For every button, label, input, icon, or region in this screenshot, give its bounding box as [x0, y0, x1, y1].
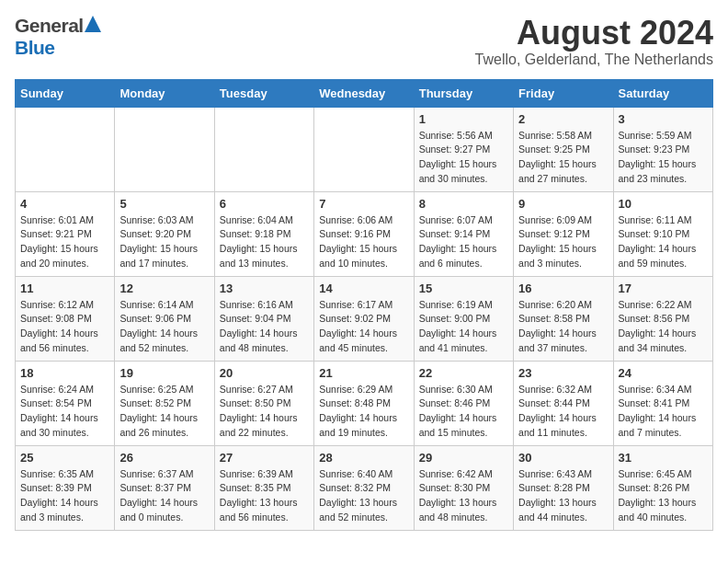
calendar-cell: 26Sunrise: 6:37 AMSunset: 8:37 PMDayligh… — [115, 445, 214, 530]
day-info: Sunrise: 6:30 AMSunset: 8:46 PMDaylight:… — [419, 383, 508, 441]
day-number: 24 — [619, 366, 708, 380]
logo-general: General — [15, 15, 84, 37]
day-info: Sunrise: 6:03 AMSunset: 9:20 PMDaylight:… — [119, 213, 209, 271]
day-info: Sunrise: 6:16 AMSunset: 9:04 PMDaylight:… — [220, 298, 309, 356]
day-info: Sunrise: 6:01 AMSunset: 9:21 PMDaylight:… — [20, 213, 109, 271]
header-tuesday: Tuesday — [214, 79, 313, 107]
day-info: Sunrise: 6:29 AMSunset: 8:48 PMDaylight:… — [319, 383, 408, 441]
day-info: Sunrise: 6:43 AMSunset: 8:28 PMDaylight:… — [518, 467, 608, 525]
day-info: Sunrise: 6:35 AMSunset: 8:39 PMDaylight:… — [20, 467, 109, 525]
day-number: 9 — [518, 197, 608, 211]
calendar-cell: 17Sunrise: 6:22 AMSunset: 8:56 PMDayligh… — [613, 276, 712, 361]
day-number: 1 — [419, 112, 508, 126]
day-info: Sunrise: 5:56 AMSunset: 9:27 PMDaylight:… — [419, 129, 508, 187]
day-info: Sunrise: 6:25 AMSunset: 8:52 PMDaylight:… — [119, 383, 209, 441]
svg-marker-0 — [85, 16, 101, 32]
day-number: 28 — [319, 451, 408, 465]
calendar-cell: 2Sunrise: 5:58 AMSunset: 9:25 PMDaylight… — [514, 107, 613, 191]
weekday-header-row: Sunday Monday Tuesday Wednesday Thursday… — [16, 79, 713, 107]
day-info: Sunrise: 6:22 AMSunset: 8:56 PMDaylight:… — [619, 298, 708, 356]
header-saturday: Saturday — [613, 79, 712, 107]
calendar-cell: 11Sunrise: 6:12 AMSunset: 9:08 PMDayligh… — [16, 276, 115, 361]
day-info: Sunrise: 5:58 AMSunset: 9:25 PMDaylight:… — [518, 129, 608, 187]
day-number: 15 — [419, 282, 508, 295]
calendar-cell: 25Sunrise: 6:35 AMSunset: 8:39 PMDayligh… — [16, 445, 115, 530]
day-info: Sunrise: 6:27 AMSunset: 8:50 PMDaylight:… — [220, 383, 309, 441]
calendar-cell: 28Sunrise: 6:40 AMSunset: 8:32 PMDayligh… — [314, 445, 414, 530]
main-title: August 2024 — [475, 15, 713, 52]
calendar-week-row: 25Sunrise: 6:35 AMSunset: 8:39 PMDayligh… — [16, 445, 713, 530]
calendar-cell: 20Sunrise: 6:27 AMSunset: 8:50 PMDayligh… — [214, 361, 313, 445]
calendar-cell: 12Sunrise: 6:14 AMSunset: 9:06 PMDayligh… — [115, 276, 214, 361]
page-header: General Blue August 2024 Twello, Gelderl… — [15, 15, 713, 68]
day-number: 26 — [119, 451, 209, 465]
day-number: 2 — [518, 112, 608, 126]
day-info: Sunrise: 6:06 AMSunset: 9:16 PMDaylight:… — [319, 213, 408, 271]
calendar-week-row: 11Sunrise: 6:12 AMSunset: 9:08 PMDayligh… — [16, 276, 713, 361]
day-info: Sunrise: 6:37 AMSunset: 8:37 PMDaylight:… — [119, 467, 209, 525]
calendar-cell: 6Sunrise: 6:04 AMSunset: 9:18 PMDaylight… — [214, 191, 313, 276]
calendar-cell: 7Sunrise: 6:06 AMSunset: 9:16 PMDaylight… — [314, 191, 414, 276]
calendar-cell — [115, 107, 214, 191]
day-info: Sunrise: 6:17 AMSunset: 9:02 PMDaylight:… — [319, 298, 408, 356]
calendar-cell: 16Sunrise: 6:20 AMSunset: 8:58 PMDayligh… — [514, 276, 613, 361]
header-friday: Friday — [514, 79, 613, 107]
day-number: 11 — [20, 282, 109, 295]
day-number: 25 — [20, 451, 109, 465]
day-number: 8 — [419, 197, 508, 211]
calendar-cell: 5Sunrise: 6:03 AMSunset: 9:20 PMDaylight… — [115, 191, 214, 276]
calendar-cell: 9Sunrise: 6:09 AMSunset: 9:12 PMDaylight… — [514, 191, 613, 276]
calendar-cell: 1Sunrise: 5:56 AMSunset: 9:27 PMDaylight… — [414, 107, 513, 191]
day-number: 23 — [518, 366, 608, 380]
day-number: 17 — [619, 282, 708, 295]
calendar-cell: 24Sunrise: 6:34 AMSunset: 8:41 PMDayligh… — [613, 361, 712, 445]
day-number: 31 — [619, 451, 708, 465]
calendar-cell: 3Sunrise: 5:59 AMSunset: 9:23 PMDaylight… — [613, 107, 712, 191]
header-monday: Monday — [115, 79, 214, 107]
logo-blue: Blue — [15, 37, 55, 59]
day-info: Sunrise: 6:20 AMSunset: 8:58 PMDaylight:… — [518, 298, 608, 356]
calendar-week-row: 4Sunrise: 6:01 AMSunset: 9:21 PMDaylight… — [16, 191, 713, 276]
calendar-cell: 30Sunrise: 6:43 AMSunset: 8:28 PMDayligh… — [514, 445, 613, 530]
day-info: Sunrise: 6:19 AMSunset: 9:00 PMDaylight:… — [419, 298, 508, 356]
day-number: 4 — [20, 197, 109, 211]
day-info: Sunrise: 6:24 AMSunset: 8:54 PMDaylight:… — [20, 383, 109, 441]
day-info: Sunrise: 6:42 AMSunset: 8:30 PMDaylight:… — [419, 467, 508, 525]
calendar-cell: 4Sunrise: 6:01 AMSunset: 9:21 PMDaylight… — [16, 191, 115, 276]
calendar-cell: 14Sunrise: 6:17 AMSunset: 9:02 PMDayligh… — [314, 276, 414, 361]
day-number: 7 — [319, 197, 408, 211]
day-number: 19 — [119, 366, 209, 380]
day-info: Sunrise: 6:32 AMSunset: 8:44 PMDaylight:… — [518, 383, 608, 441]
calendar-cell: 15Sunrise: 6:19 AMSunset: 9:00 PMDayligh… — [414, 276, 513, 361]
day-info: Sunrise: 6:45 AMSunset: 8:26 PMDaylight:… — [619, 467, 708, 525]
day-info: Sunrise: 6:04 AMSunset: 9:18 PMDaylight:… — [220, 213, 309, 271]
day-info: Sunrise: 6:12 AMSunset: 9:08 PMDaylight:… — [20, 298, 109, 356]
day-number: 5 — [119, 197, 209, 211]
day-number: 13 — [220, 282, 309, 295]
logo-icon — [85, 16, 101, 32]
day-number: 21 — [319, 366, 408, 380]
calendar-cell — [16, 107, 115, 191]
day-number: 29 — [419, 451, 508, 465]
calendar-cell: 31Sunrise: 6:45 AMSunset: 8:26 PMDayligh… — [613, 445, 712, 530]
calendar-cell: 10Sunrise: 6:11 AMSunset: 9:10 PMDayligh… — [613, 191, 712, 276]
day-number: 16 — [518, 282, 608, 295]
calendar-cell: 21Sunrise: 6:29 AMSunset: 8:48 PMDayligh… — [314, 361, 414, 445]
calendar-week-row: 18Sunrise: 6:24 AMSunset: 8:54 PMDayligh… — [16, 361, 713, 445]
day-number: 3 — [619, 112, 708, 126]
calendar-cell: 8Sunrise: 6:07 AMSunset: 9:14 PMDaylight… — [414, 191, 513, 276]
title-area: August 2024 Twello, Gelderland, The Neth… — [475, 15, 713, 68]
calendar-cell: 27Sunrise: 6:39 AMSunset: 8:35 PMDayligh… — [214, 445, 313, 530]
logo: General Blue — [15, 15, 101, 59]
day-info: Sunrise: 6:07 AMSunset: 9:14 PMDaylight:… — [419, 213, 508, 271]
day-info: Sunrise: 6:40 AMSunset: 8:32 PMDaylight:… — [319, 467, 408, 525]
subtitle: Twello, Gelderland, The Netherlands — [475, 52, 713, 68]
calendar-cell: 29Sunrise: 6:42 AMSunset: 8:30 PMDayligh… — [414, 445, 513, 530]
calendar-cell — [314, 107, 414, 191]
day-info: Sunrise: 5:59 AMSunset: 9:23 PMDaylight:… — [619, 129, 708, 187]
day-number: 18 — [20, 366, 109, 380]
day-info: Sunrise: 6:39 AMSunset: 8:35 PMDaylight:… — [220, 467, 309, 525]
day-number: 14 — [319, 282, 408, 295]
calendar-cell — [214, 107, 313, 191]
day-info: Sunrise: 6:34 AMSunset: 8:41 PMDaylight:… — [619, 383, 708, 441]
